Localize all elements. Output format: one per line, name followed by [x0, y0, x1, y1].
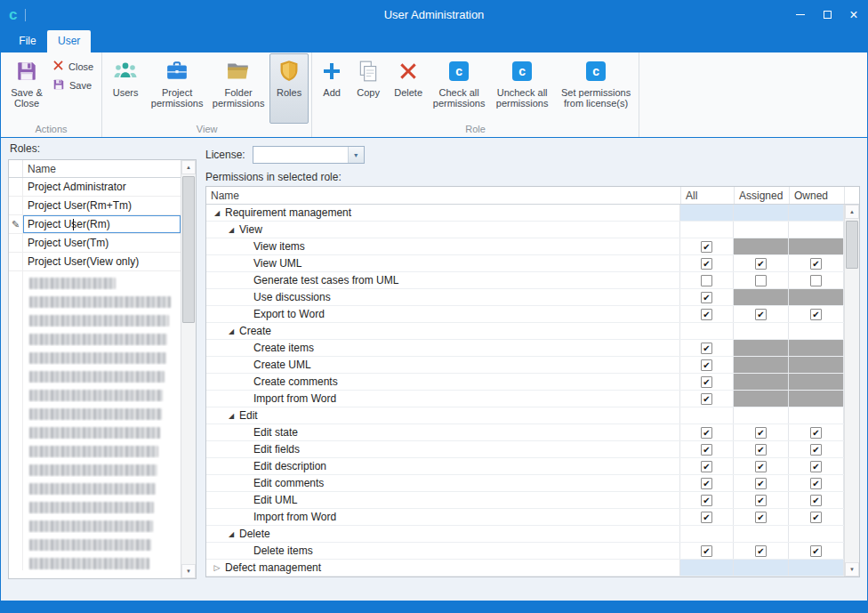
- tree-expanded-icon[interactable]: ◢: [226, 226, 237, 234]
- tab-user[interactable]: User: [47, 30, 91, 52]
- all-checkbox[interactable]: ✔: [701, 309, 712, 320]
- role-row[interactable]: Project User(View only): [9, 253, 181, 271]
- permission-row[interactable]: ◢View: [206, 222, 844, 238]
- owned-checkbox[interactable]: ✔: [810, 461, 822, 472]
- license-combobox-value[interactable]: [253, 147, 348, 163]
- all-checkbox[interactable]: ✔: [701, 393, 712, 405]
- owned-checkbox[interactable]: ✔: [810, 309, 822, 320]
- owned-checkbox[interactable]: ✔: [810, 512, 822, 523]
- assigned-checkbox[interactable]: ✔: [755, 545, 767, 557]
- check-all-permissions-button[interactable]: c Check all permissions: [430, 53, 488, 124]
- scroll-track[interactable]: [845, 219, 859, 562]
- column-header-name[interactable]: Name: [206, 187, 681, 204]
- set-permissions-from-licenses-button[interactable]: c Set permissions from license(s): [556, 53, 636, 124]
- permission-row[interactable]: Import from Word✔✔✔: [206, 509, 844, 526]
- close-button[interactable]: Close: [51, 59, 99, 74]
- role-row[interactable]: Project User(Tm): [9, 234, 181, 253]
- permission-row[interactable]: Create UML✔: [206, 357, 844, 374]
- all-checkbox[interactable]: ✔: [701, 258, 712, 270]
- permission-row[interactable]: Edit state✔✔✔: [206, 424, 844, 441]
- scroll-up-button[interactable]: ▲: [845, 205, 859, 219]
- roles-name-column-header[interactable]: Name: [23, 160, 181, 177]
- owned-checkbox[interactable]: ✔: [810, 444, 822, 456]
- assigned-checkbox[interactable]: ✔: [755, 512, 767, 523]
- project-permissions-button[interactable]: Project permissions: [147, 53, 207, 124]
- folder-permissions-button[interactable]: Folder permissions: [208, 53, 269, 124]
- all-checkbox[interactable]: ✔: [701, 427, 712, 439]
- all-checkbox[interactable]: ✔: [701, 444, 712, 456]
- tree-expanded-icon[interactable]: ◢: [226, 530, 237, 538]
- users-button[interactable]: Users: [105, 53, 146, 124]
- copy-button[interactable]: Copy: [350, 53, 387, 124]
- all-checkbox[interactable]: ✔: [701, 461, 712, 472]
- scroll-up-button[interactable]: ▲: [181, 160, 196, 174]
- scroll-down-button[interactable]: ▼: [845, 562, 859, 577]
- all-checkbox[interactable]: ✔: [701, 478, 712, 489]
- all-checkbox[interactable]: ✔: [701, 512, 712, 523]
- delete-button[interactable]: Delete: [388, 53, 429, 124]
- column-header-owned[interactable]: Owned: [790, 187, 845, 204]
- owned-checkbox[interactable]: ✔: [810, 427, 822, 439]
- all-checkbox[interactable]: ✔: [701, 545, 712, 557]
- permission-row[interactable]: Import from Word✔: [206, 391, 844, 407]
- column-header-assigned[interactable]: Assigned: [735, 187, 790, 204]
- tree-expanded-icon[interactable]: ◢: [226, 412, 237, 420]
- permission-row[interactable]: Edit description✔✔✔: [206, 458, 844, 475]
- assigned-checkbox[interactable]: ✔: [755, 258, 767, 270]
- permission-row[interactable]: Create items✔: [206, 340, 844, 357]
- assigned-checkbox[interactable]: ✔: [755, 461, 767, 472]
- scroll-thumb[interactable]: [182, 176, 195, 323]
- assigned-checkbox[interactable]: ✔: [755, 309, 767, 320]
- all-checkbox[interactable]: ✔: [701, 495, 712, 506]
- maximize-button[interactable]: [814, 1, 840, 28]
- permission-row[interactable]: Delete items✔✔✔: [206, 543, 844, 560]
- tree-collapsed-icon[interactable]: ▷: [212, 563, 222, 572]
- combobox-dropdown-button[interactable]: ▼: [348, 147, 364, 163]
- tab-file[interactable]: File: [8, 30, 47, 52]
- permission-row[interactable]: ▷Defect management: [206, 560, 844, 577]
- assigned-checkbox[interactable]: ✔: [755, 495, 767, 506]
- permission-row[interactable]: Export to Word✔✔✔: [206, 306, 844, 323]
- permission-row[interactable]: Edit fields✔✔✔: [206, 441, 844, 458]
- all-checkbox[interactable]: [701, 275, 712, 286]
- owned-checkbox[interactable]: [810, 275, 822, 286]
- all-checkbox[interactable]: ✔: [701, 241, 712, 253]
- role-row[interactable]: ✎Project User(Rm): [9, 215, 181, 234]
- permission-row[interactable]: Generate test cases from UML: [206, 272, 844, 289]
- owned-checkbox[interactable]: ✔: [810, 478, 822, 489]
- scroll-thumb[interactable]: [846, 221, 858, 269]
- owned-checkbox[interactable]: ✔: [810, 545, 822, 557]
- role-row[interactable]: Project User(Rm+Tm): [9, 197, 181, 215]
- column-header-all[interactable]: All: [681, 187, 735, 204]
- window-close-button[interactable]: ×: [840, 1, 867, 28]
- roles-scrollbar[interactable]: ▲ ▼: [181, 160, 196, 578]
- permission-row[interactable]: Use discussions✔: [206, 289, 844, 306]
- permission-row[interactable]: ◢Edit: [206, 407, 844, 424]
- all-checkbox[interactable]: ✔: [701, 292, 712, 303]
- save-and-close-button[interactable]: Save & Close: [4, 53, 50, 124]
- all-checkbox[interactable]: ✔: [701, 359, 712, 371]
- save-button[interactable]: Save: [51, 77, 99, 93]
- license-combobox[interactable]: ▼: [253, 146, 365, 164]
- tree-expanded-icon[interactable]: ◢: [226, 327, 237, 335]
- minimize-button[interactable]: [787, 1, 814, 28]
- all-checkbox[interactable]: ✔: [701, 376, 712, 388]
- assigned-checkbox[interactable]: [755, 275, 767, 286]
- permission-row[interactable]: Edit UML✔✔✔: [206, 492, 844, 509]
- scroll-down-button[interactable]: ▼: [181, 564, 196, 578]
- owned-checkbox[interactable]: ✔: [810, 495, 822, 506]
- permission-row[interactable]: ◢Create: [206, 323, 844, 340]
- roles-button[interactable]: Roles: [269, 53, 309, 124]
- tree-expanded-icon[interactable]: ◢: [212, 209, 222, 217]
- permission-row[interactable]: Create comments✔: [206, 374, 844, 391]
- permission-row[interactable]: ◢Delete: [206, 526, 844, 543]
- assigned-checkbox[interactable]: ✔: [755, 427, 767, 439]
- uncheck-all-permissions-button[interactable]: c Uncheck all permissions: [489, 53, 555, 124]
- role-row[interactable]: Project Administrator: [9, 178, 181, 197]
- scroll-track[interactable]: [181, 174, 196, 564]
- permission-row[interactable]: View items✔: [206, 238, 844, 255]
- permission-row[interactable]: View UML✔✔✔: [206, 255, 844, 272]
- permission-row[interactable]: Edit comments✔✔✔: [206, 475, 844, 492]
- permission-row[interactable]: ◢Requirement management: [206, 205, 844, 222]
- owned-checkbox[interactable]: ✔: [810, 258, 822, 270]
